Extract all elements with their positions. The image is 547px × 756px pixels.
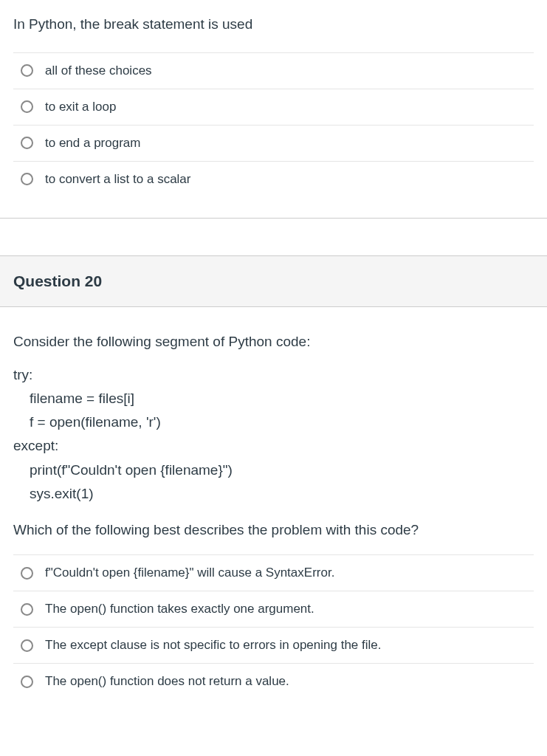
code-line: filename = files[i] xyxy=(13,387,534,410)
radio-icon[interactable] xyxy=(21,567,33,580)
question-20-block: Consider the following segment of Python… xyxy=(0,307,547,700)
option-label: f"Couldn't open {filename}" will cause a… xyxy=(45,566,334,580)
option-row[interactable]: The except clause is not specific to err… xyxy=(13,628,534,664)
radio-icon[interactable] xyxy=(21,64,33,77)
option-row[interactable]: to exit a loop xyxy=(13,89,534,126)
radio-icon[interactable] xyxy=(21,173,33,185)
question-followup: Which of the following best describes th… xyxy=(0,506,547,554)
question-options: all of these choices to exit a loop to e… xyxy=(13,52,534,197)
question-title: Question 20 xyxy=(13,272,534,290)
code-block: try: filename = files[i] f = open(filena… xyxy=(0,363,547,506)
question-prompt: In Python, the break statement is used xyxy=(0,0,547,52)
option-label: The open() function takes exactly one ar… xyxy=(45,602,314,616)
option-row[interactable]: all of these choices xyxy=(13,53,534,89)
question-divider xyxy=(0,218,547,219)
option-label: to convert a list to a scalar xyxy=(45,172,190,187)
radio-icon[interactable] xyxy=(21,676,33,688)
radio-icon[interactable] xyxy=(21,639,33,652)
code-line: f = open(filename, 'r') xyxy=(13,410,534,434)
question-options: f"Couldn't open {filename}" will cause a… xyxy=(13,554,534,699)
code-line: try: xyxy=(13,363,534,387)
option-row[interactable]: to convert a list to a scalar xyxy=(13,162,534,197)
radio-icon[interactable] xyxy=(21,137,33,149)
option-label: to end a program xyxy=(45,136,140,151)
option-row[interactable]: to end a program xyxy=(13,126,534,162)
option-label: The except clause is not specific to err… xyxy=(45,638,381,653)
code-line: print(f"Couldn't open {filename}") xyxy=(13,458,534,482)
code-line: except: xyxy=(13,434,534,458)
code-line: sys.exit(1) xyxy=(13,482,534,506)
radio-icon[interactable] xyxy=(21,603,33,616)
option-label: all of these choices xyxy=(45,63,152,78)
option-row[interactable]: f"Couldn't open {filename}" will cause a… xyxy=(13,555,534,591)
question-header: Question 20 xyxy=(0,255,547,307)
option-label: The open() function does not return a va… xyxy=(45,674,289,689)
question-19-block: In Python, the break statement is used a… xyxy=(0,0,547,197)
option-row[interactable]: The open() function does not return a va… xyxy=(13,664,534,699)
option-label: to exit a loop xyxy=(45,100,116,114)
question-prompt: Consider the following segment of Python… xyxy=(0,307,547,350)
radio-icon[interactable] xyxy=(21,100,33,113)
option-row[interactable]: The open() function takes exactly one ar… xyxy=(13,591,534,628)
